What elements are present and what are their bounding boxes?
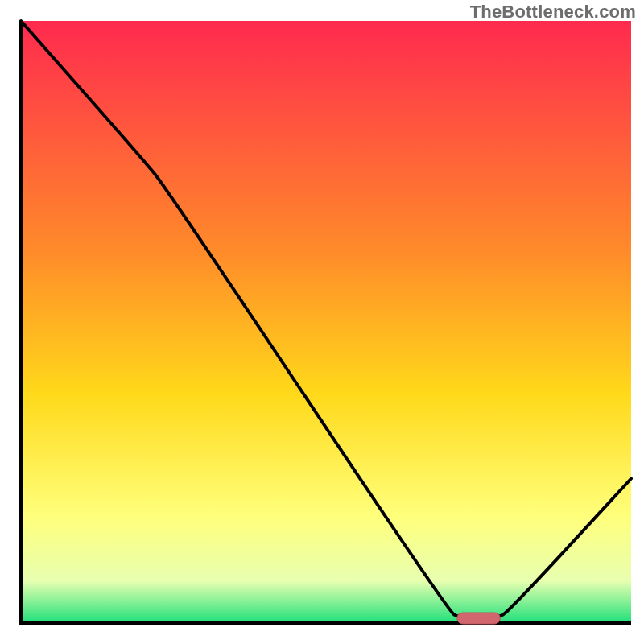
bottleneck-chart xyxy=(0,0,644,644)
plot-background xyxy=(21,21,631,623)
optimum-marker xyxy=(457,613,501,624)
watermark-label: TheBottleneck.com xyxy=(470,2,636,23)
